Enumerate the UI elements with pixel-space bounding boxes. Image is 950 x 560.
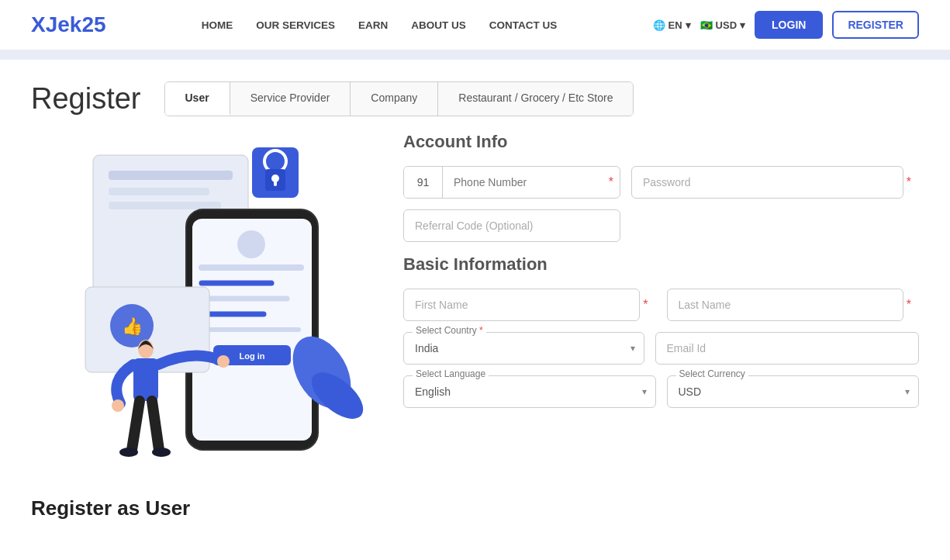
svg-point-29 xyxy=(152,448,171,457)
nav-contact[interactable]: CONTACT US xyxy=(489,19,558,31)
nav-earn[interactable]: EARN xyxy=(358,19,388,31)
register-as-label: Register as User xyxy=(31,496,372,520)
lang-flag: 🌐 xyxy=(653,19,665,31)
lang-label: EN xyxy=(668,19,682,31)
tab-company[interactable]: Company xyxy=(351,82,438,116)
svg-rect-3 xyxy=(109,202,221,209)
register-header: Register User Service Provider Company R… xyxy=(31,60,919,116)
last-name-input[interactable] xyxy=(667,289,903,321)
left-panel: Log in 👍 xyxy=(31,132,372,520)
svg-point-28 xyxy=(119,448,138,457)
currency-select-label: Select Currency xyxy=(676,368,748,379)
password-input[interactable] xyxy=(631,166,903,199)
top-banner xyxy=(0,50,950,60)
phone-field-container: 91 * xyxy=(403,166,620,199)
first-name-required-star: * xyxy=(643,298,648,312)
svg-rect-2 xyxy=(109,188,209,195)
country-select-wrapper: Select Country * India United States Uni… xyxy=(403,332,644,365)
currency-select[interactable]: USD INR EUR GBP xyxy=(667,375,920,408)
illustration: Log in 👍 xyxy=(31,132,372,489)
phone-password-row: 91 * * xyxy=(403,166,919,199)
nav-links: HOME OUR SERVICES EARN ABOUT US CONTACT … xyxy=(202,19,558,31)
svg-rect-1 xyxy=(109,171,233,180)
basic-info-title: Basic Information xyxy=(403,254,919,275)
currency-select-wrapper: Select Currency USD INR EUR GBP ▾ xyxy=(667,375,920,408)
referral-input[interactable] xyxy=(403,209,620,242)
tab-restaurant[interactable]: Restaurant / Grocery / Etc Store xyxy=(438,82,633,116)
svg-text:Log in: Log in xyxy=(240,351,265,361)
right-panel: Account Info 91 * * xyxy=(403,132,919,520)
svg-rect-8 xyxy=(274,180,277,186)
phone-required-star: * xyxy=(609,175,620,189)
brand-name-blue: 25 xyxy=(81,12,105,36)
first-name-input[interactable] xyxy=(403,289,640,321)
currency-chevron-icon: ▾ xyxy=(740,19,745,31)
svg-text:👍: 👍 xyxy=(122,316,143,337)
nav-about[interactable]: ABOUT US xyxy=(411,19,466,31)
phone-country-code: 91 xyxy=(404,167,443,198)
referral-row xyxy=(403,209,919,242)
country-required-star: * xyxy=(479,325,483,336)
language-select-label: Select Language xyxy=(413,368,489,379)
account-info-section: Account Info 91 * * xyxy=(403,132,919,242)
svg-point-11 xyxy=(237,230,265,258)
country-email-row: Select Country * India United States Uni… xyxy=(403,332,919,365)
register-tabs: User Service Provider Company Restaurant… xyxy=(164,81,634,116)
navbar: XJek25 HOME OUR SERVICES EARN ABOUT US C… xyxy=(0,0,950,50)
brand-logo[interactable]: XJek25 xyxy=(31,12,106,37)
nav-home[interactable]: HOME xyxy=(202,19,233,31)
page-title: Register xyxy=(31,82,141,116)
page-content: Register User Service Provider Company R… xyxy=(0,60,950,551)
email-input[interactable] xyxy=(655,332,920,365)
register-button[interactable]: REGISTER xyxy=(832,11,919,39)
basic-info-section: Basic Information * * Select Country * xyxy=(403,254,919,408)
svg-point-26 xyxy=(112,399,124,412)
language-selector[interactable]: 🌐 EN ▾ xyxy=(653,19,691,31)
currency-label: USD xyxy=(716,19,737,31)
phone-input[interactable] xyxy=(443,167,609,198)
country-select-label: Select Country * xyxy=(413,325,486,336)
login-button[interactable]: LOGIN xyxy=(755,11,823,39)
tab-user[interactable]: User xyxy=(165,82,230,116)
lang-chevron-icon: ▾ xyxy=(686,19,691,31)
tab-service-provider[interactable]: Service Provider xyxy=(230,82,351,116)
currency-selector[interactable]: 🇧🇷 USD ▾ xyxy=(700,19,745,31)
password-required-star: * xyxy=(907,175,911,189)
language-select[interactable]: English Hindi Spanish French xyxy=(403,375,656,408)
currency-flag: 🇧🇷 xyxy=(700,19,713,31)
country-select[interactable]: India United States United Kingdom Austr… xyxy=(403,332,644,365)
language-currency-row: Select Language English Hindi Spanish Fr… xyxy=(403,375,919,408)
navbar-right: 🌐 EN ▾ 🇧🇷 USD ▾ LOGIN REGISTER xyxy=(653,11,919,39)
brand-name-black: XJek xyxy=(31,12,81,36)
account-info-title: Account Info xyxy=(403,132,919,152)
name-row: * * xyxy=(403,289,919,321)
nav-services[interactable]: OUR SERVICES xyxy=(256,19,335,31)
main-layout: Log in 👍 xyxy=(31,132,919,520)
last-name-required-star: * xyxy=(907,298,911,312)
language-select-wrapper: Select Language English Hindi Spanish Fr… xyxy=(403,375,656,408)
svg-point-27 xyxy=(217,355,230,368)
